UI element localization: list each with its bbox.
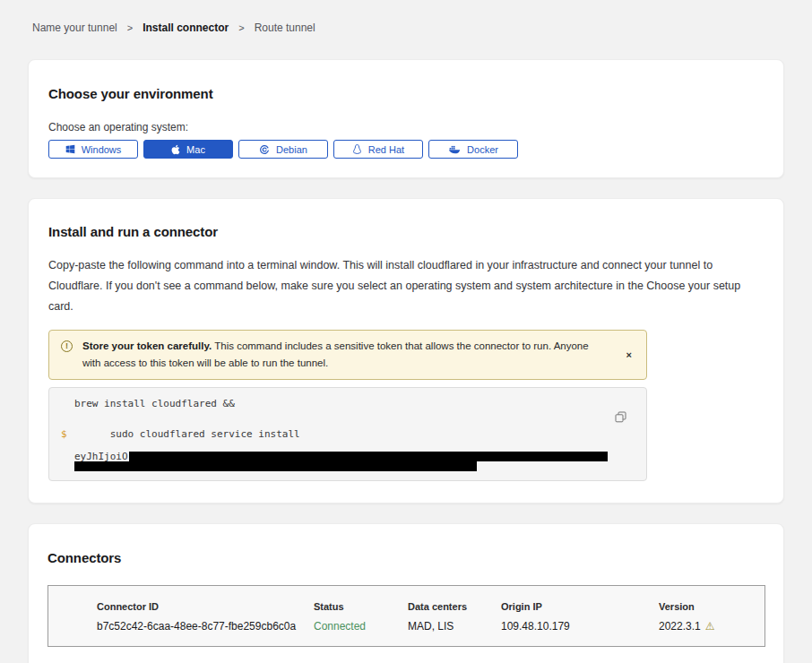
os-button-docker[interactable]: Docker [428,140,518,159]
redacted-token-bar [74,461,477,471]
connectors-card-title: Connectors [48,550,764,565]
environment-card-title: Choose your environment [48,86,764,101]
os-button-group: Windows Mac Debian Red Hat Docker [48,140,764,159]
apple-logo-icon [171,144,180,155]
install-description: Copy-paste the following command into a … [48,255,764,317]
connectors-card: Connectors Connector ID Status Data cent… [28,523,784,663]
token-warning-banner: ! Store your token carefully. This comma… [48,330,647,380]
os-button-label: Debian [276,144,307,155]
os-button-label: Windows [82,144,122,155]
breadcrumb-step-name-your-tunnel[interactable]: Name your tunnel [32,22,117,34]
os-button-mac[interactable]: Mac [143,140,233,159]
breadcrumb-step-route-tunnel[interactable]: Route tunnel [255,22,315,34]
col-header-status: Status [314,601,408,612]
os-select-label: Choose an operating system: [48,121,764,133]
token-prefix: eyJhIjoiO [74,452,128,461]
command-line-brew: brew install cloudflared && [49,398,646,409]
close-icon[interactable]: × [625,348,634,362]
col-header-connector-id: Connector ID [97,601,314,612]
breadcrumb-step-install-connector[interactable]: Install connector [143,22,229,34]
os-button-windows[interactable]: Windows [48,140,138,159]
col-header-data-centers: Data centers [408,601,501,612]
os-button-debian[interactable]: Debian [238,140,328,159]
alert-circle-icon: ! [61,340,73,352]
os-button-redhat[interactable]: Red Hat [333,140,423,159]
copy-icon[interactable] [615,411,626,423]
col-header-version: Version [659,601,764,612]
install-connector-card: Install and run a connector Copy-paste t… [28,198,784,504]
windows-logo-icon [65,144,75,154]
status-badge: Connected [314,620,408,633]
warning-text: Store your token carefully. This command… [82,338,589,372]
version-cell: 2022.3.1 ⚠ [659,620,764,633]
warning-title: Store your token carefully. [82,340,212,351]
os-button-label: Mac [186,144,205,155]
docker-whale-icon [448,144,461,154]
os-button-label: Docker [467,144,498,155]
table-header-row: Connector ID Status Data centers Origin … [97,601,764,612]
breadcrumb: Name your tunnel > Install connector > R… [0,0,812,34]
breadcrumb-separator: > [238,22,244,33]
redacted-token-bar [129,452,608,461]
warning-triangle-icon: ⚠ [705,621,715,632]
choose-environment-card: Choose your environment Choose an operat… [28,59,784,178]
command-line-token: eyJhIjoiO [49,452,646,461]
install-card-title: Install and run a connector [48,224,764,239]
origin-ip-cell: 109.48.10.179 [501,620,659,633]
connectors-table: Connector ID Status Data centers Origin … [48,585,765,647]
connector-id-cell: b7c52c42-6caa-48ee-8c77-fbe259cb6c0a [97,620,314,633]
command-text: sudo cloudflared service install [110,428,300,440]
command-line-service-install: $sudo cloudflared service install [49,417,646,452]
breadcrumb-separator: > [127,22,133,33]
table-row: b7c52c42-6caa-48ee-8c77-fbe259cb6c0a Con… [97,620,764,633]
debian-swirl-icon [259,144,270,155]
data-centers-cell: MAD, LIS [408,620,501,633]
os-button-label: Red Hat [368,144,404,155]
linux-penguin-icon [352,143,362,155]
install-command-codeblock: brew install cloudflared && $sudo cloudf… [48,387,647,481]
col-header-origin-ip: Origin IP [501,601,659,612]
shell-prompt: $ [61,428,67,440]
version-value: 2022.3.1 [659,620,701,633]
